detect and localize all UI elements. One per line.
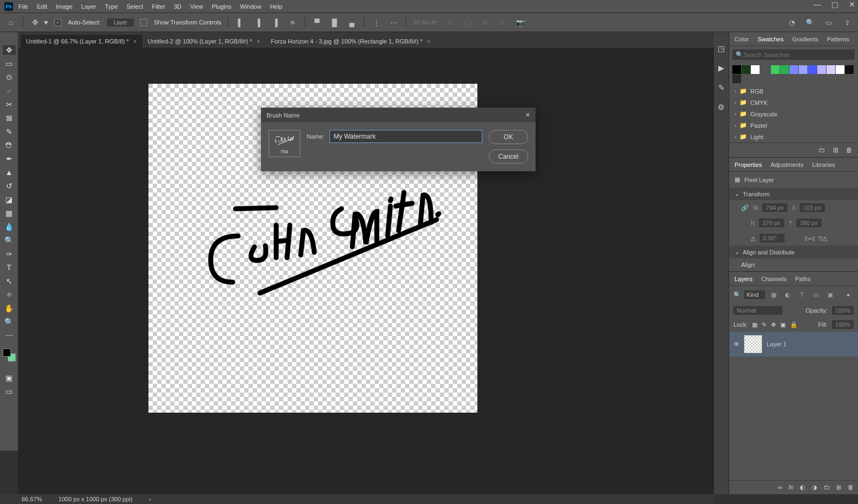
menu-window[interactable]: Window bbox=[240, 3, 262, 10]
tab-close-icon[interactable]: × bbox=[427, 38, 430, 45]
color-swatch[interactable] bbox=[3, 349, 16, 362]
tab-close-icon[interactable]: × bbox=[133, 38, 136, 45]
settings-panel-icon[interactable]: ⚙ bbox=[718, 103, 725, 111]
align-section[interactable]: ⌄Align and Distribute bbox=[729, 246, 858, 258]
lasso-tool[interactable]: ⊙ bbox=[3, 72, 16, 82]
dodge-tool[interactable]: 🔍 bbox=[3, 235, 16, 245]
zoom-level[interactable]: 66.67% bbox=[22, 496, 42, 502]
tab-properties[interactable]: Properties bbox=[735, 161, 762, 168]
tab-close-icon[interactable]: × bbox=[257, 38, 260, 45]
history-brush-tool[interactable]: ↺ bbox=[3, 181, 16, 191]
brush-tool[interactable]: ✒ bbox=[3, 154, 16, 164]
zoom-tool[interactable]: 🔍 bbox=[3, 317, 16, 327]
swatch-group-cmyk[interactable]: ›📁 CMYK bbox=[729, 97, 858, 108]
brushes-panel-icon[interactable]: ✎ bbox=[718, 83, 725, 92]
swatch-group-light[interactable]: ›📁 Light bbox=[729, 131, 858, 142]
tab-adjustments[interactable]: Adjustments bbox=[770, 161, 804, 168]
y-field[interactable]: 280 px bbox=[797, 219, 822, 227]
eraser-tool[interactable]: ◪ bbox=[3, 195, 16, 204]
path-tool[interactable]: ↖ bbox=[3, 276, 16, 286]
swatch-chip[interactable] bbox=[780, 65, 789, 74]
height-field[interactable]: 378 px bbox=[759, 219, 784, 227]
swatch-search-input[interactable] bbox=[743, 52, 851, 58]
menu-image[interactable]: Image bbox=[56, 3, 73, 10]
filter-smart-icon[interactable]: ▣ bbox=[825, 289, 836, 300]
heal-tool[interactable]: ⛑ bbox=[3, 140, 16, 150]
tab-channels[interactable]: Channels bbox=[761, 276, 786, 282]
crop-tool[interactable]: ✂ bbox=[3, 99, 16, 109]
ok-button[interactable]: OK bbox=[489, 130, 528, 144]
brush-name-input[interactable] bbox=[329, 130, 482, 143]
fx-icon[interactable]: fx bbox=[788, 484, 793, 491]
x-field[interactable]: 103 px bbox=[800, 203, 825, 212]
stamp-tool[interactable]: ▲ bbox=[3, 167, 16, 177]
swatch-group-grayscale[interactable]: ›📁 Grayscale bbox=[729, 108, 858, 120]
lock-artboard-icon[interactable]: ▣ bbox=[780, 321, 786, 328]
home-icon[interactable]: ⌂ bbox=[5, 17, 16, 28]
dialog-close-icon[interactable]: ✕ bbox=[525, 111, 530, 119]
wand-tool[interactable]: ⟋ bbox=[3, 86, 16, 96]
swatch-folder-icon[interactable]: 🗀 bbox=[819, 146, 825, 154]
menu-3d[interactable]: 3D bbox=[174, 3, 182, 10]
swatch-search[interactable]: 🔍 bbox=[732, 49, 855, 60]
swatch-chip[interactable] bbox=[836, 65, 844, 74]
new-layer-icon[interactable]: ⊞ bbox=[836, 484, 841, 491]
lock-transparency-icon[interactable]: ▦ bbox=[752, 321, 757, 328]
swatch-chip[interactable] bbox=[826, 65, 835, 74]
tab-untitled1[interactable]: Untitled-1 @ 66.7% (Layer 1, RGB/8) *× bbox=[21, 35, 142, 48]
frame-tool[interactable]: ⊠ bbox=[3, 113, 16, 123]
adjustment-icon[interactable]: ◑ bbox=[812, 484, 817, 491]
filter-pixel-icon[interactable]: ▦ bbox=[768, 289, 779, 300]
mask-icon[interactable]: ◐ bbox=[800, 484, 805, 491]
lock-all-icon[interactable]: 🔒 bbox=[790, 321, 798, 328]
menu-plugins[interactable]: Plugins bbox=[212, 3, 231, 10]
workspace-icon[interactable]: ▭ bbox=[823, 17, 834, 28]
autoselect-type[interactable]: Layer bbox=[107, 18, 134, 27]
lock-position-icon[interactable]: ✥ bbox=[771, 321, 776, 328]
more-align-icon[interactable]: ⋯ bbox=[388, 17, 399, 28]
eyedropper-tool[interactable]: ✎ bbox=[3, 127, 16, 136]
width-field[interactable]: 794 px bbox=[762, 203, 787, 212]
layer-thumb[interactable] bbox=[744, 335, 762, 353]
tab-layers[interactable]: Layers bbox=[735, 276, 753, 282]
close-icon[interactable]: ✕ bbox=[848, 1, 856, 9]
maximize-icon[interactable]: ▢ bbox=[831, 1, 838, 9]
tool-dropdown-icon[interactable]: ▾ bbox=[44, 18, 48, 27]
swatch-chip[interactable] bbox=[751, 65, 760, 74]
kind-filter[interactable] bbox=[744, 290, 765, 299]
menu-view[interactable]: View bbox=[190, 3, 203, 10]
tab-swatches[interactable]: Swatches bbox=[757, 36, 784, 42]
menu-file[interactable]: File bbox=[18, 3, 28, 10]
swatch-new-icon[interactable]: ⊞ bbox=[833, 146, 838, 154]
swatch-chip[interactable] bbox=[817, 65, 826, 74]
status-arrow-icon[interactable]: › bbox=[149, 496, 151, 502]
minimize-icon[interactable]: — bbox=[813, 1, 821, 9]
distribute-h-icon[interactable]: ≡ bbox=[287, 17, 298, 28]
doc-dimensions[interactable]: 1000 px x 1000 px (300 ppi) bbox=[58, 496, 132, 502]
swatch-group-rgb[interactable]: ›📁 RGB bbox=[729, 85, 858, 97]
align-left-icon[interactable]: ▌ bbox=[235, 17, 246, 28]
tab-libraries[interactable]: Libraries bbox=[812, 161, 835, 168]
align-top-icon[interactable]: ▀ bbox=[312, 17, 322, 28]
swatch-chip[interactable] bbox=[789, 65, 798, 74]
swatch-chip[interactable] bbox=[808, 65, 817, 74]
share-icon[interactable]: ⇪ bbox=[842, 17, 853, 28]
gradient-tool[interactable]: ▦ bbox=[3, 208, 16, 218]
menu-help[interactable]: Help bbox=[270, 3, 283, 10]
tab-gradients[interactable]: Gradients bbox=[792, 36, 818, 42]
marquee-tool[interactable]: ▭ bbox=[3, 59, 16, 69]
swatch-chip[interactable] bbox=[845, 65, 854, 74]
align-right-icon[interactable]: ▐ bbox=[270, 17, 281, 28]
filter-shape-icon[interactable]: ▭ bbox=[811, 289, 822, 300]
swatch-chip[interactable] bbox=[732, 65, 741, 74]
swatch-trash-icon[interactable]: 🗑 bbox=[846, 146, 853, 154]
tab-color[interactable]: Color bbox=[735, 36, 749, 42]
hand-tool[interactable]: ✋ bbox=[3, 303, 16, 313]
swatch-group-pastel[interactable]: ›📁 Pastel bbox=[729, 120, 858, 131]
link-wh-icon[interactable]: 🔗 bbox=[741, 204, 749, 211]
fill-field[interactable]: 100% bbox=[832, 320, 854, 329]
edit-toolbar[interactable]: ⋯ bbox=[3, 331, 16, 340]
delete-layer-icon[interactable]: 🗑 bbox=[848, 484, 854, 491]
angle-field[interactable]: 0.00° bbox=[760, 234, 785, 242]
blur-tool[interactable]: 💧 bbox=[3, 222, 16, 232]
